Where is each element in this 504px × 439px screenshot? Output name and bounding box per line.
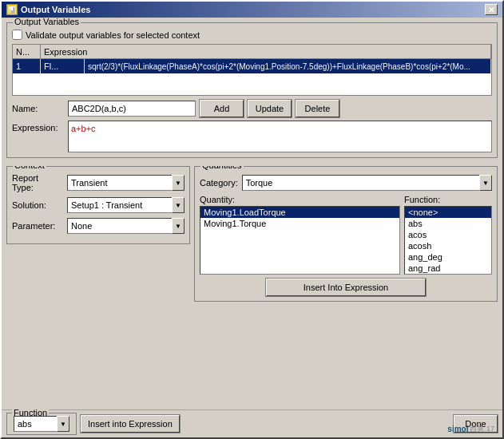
solution-select[interactable]: Setup1 : Transient	[67, 197, 185, 213]
insert-into-expression-button[interactable]: Insert Into Expression	[266, 279, 426, 296]
category-select-wrapper: Torque Force Power ▼	[242, 175, 492, 191]
category-label: Category:	[200, 178, 238, 188]
variables-table: N... Expression 1 Fl... sqrt(2/3)*(FluxL…	[12, 44, 492, 96]
window-title: Output Variables	[21, 5, 90, 14]
insert-btn-row: Insert Into Expression	[200, 279, 492, 296]
quantity-col: Quantity: Moving1.LoadTorque Moving1.Tor…	[200, 195, 400, 275]
watermark-sub: 西莫.17	[470, 424, 494, 434]
func-item-0[interactable]: <none>	[405, 207, 491, 218]
name-row: Name: Add Update Delete	[12, 100, 492, 117]
watermark-text: simol	[447, 425, 468, 433]
output-variables-window: 📊 Output Variables ✕ Output Variables Va…	[0, 0, 504, 439]
function-label: Function:	[404, 195, 492, 204]
solution-row: Solution: Setup1 : Transient ▼	[12, 197, 185, 213]
context-content: ReportType: Transient ▼ Solution:	[6, 166, 190, 244]
solution-label: Solution:	[12, 200, 64, 210]
quantities-content: Category: Torque Force Power ▼	[194, 166, 498, 302]
main-content: Output Variables Validate output variabl…	[2, 18, 502, 409]
parameter-row: Parameter: None ▼	[12, 218, 185, 234]
title-bar: 📊 Output Variables ✕	[2, 2, 502, 18]
validate-checkbox-row: Validate output variables for selected c…	[12, 30, 492, 40]
quantity-label: Quantity:	[200, 195, 400, 204]
function-group: Function abs acos asin ▼	[6, 413, 77, 435]
function-bar-select[interactable]: abs acos asin	[14, 416, 69, 432]
output-variables-group: Output Variables Validate output variabl…	[6, 22, 498, 158]
expression-row: Expression: a+b+c	[12, 121, 492, 152]
name-input[interactable]	[68, 101, 196, 117]
quantity-item-1[interactable]: Moving1.Torque	[200, 218, 399, 229]
col-n-header: N...	[13, 45, 41, 58]
report-type-label: ReportType:	[12, 173, 64, 192]
quantity-listbox[interactable]: Moving1.LoadTorque Moving1.Torque	[200, 206, 400, 275]
report-type-select[interactable]: Transient	[67, 175, 185, 191]
quantities-group: Quantities Category: Torque Force Power …	[194, 166, 498, 401]
parameter-select[interactable]: None	[67, 218, 185, 234]
validate-label: Validate output variables for selected c…	[26, 30, 200, 40]
function-col: Function: <none> abs acos acosh ang_deg …	[404, 195, 492, 275]
expression-label: Expression:	[12, 121, 64, 132]
func-item-3[interactable]: acosh	[405, 240, 491, 251]
func-item-6[interactable]: asin	[405, 274, 491, 275]
func-item-1[interactable]: abs	[405, 218, 491, 229]
parameter-label: Parameter:	[12, 221, 64, 231]
solution-select-wrapper: Setup1 : Transient ▼	[67, 197, 185, 213]
watermark: simol 西莫.17	[447, 424, 494, 434]
row-num: 1	[13, 59, 41, 73]
func-item-5[interactable]: ang_rad	[405, 263, 491, 274]
name-label: Name:	[12, 104, 64, 113]
context-label: Context	[13, 166, 46, 170]
func-item-2[interactable]: acos	[405, 229, 491, 240]
update-button[interactable]: Update	[248, 100, 292, 117]
qty-lists: Quantity: Moving1.LoadTorque Moving1.Tor…	[200, 195, 492, 275]
bottom-section: Context ReportType: Transient ▼	[6, 166, 498, 405]
table-row[interactable]: 1 Fl... sqrt(2/3)*(FluxLinkage(PhaseA)*c…	[13, 59, 491, 73]
function-bar: Function abs acos asin ▼ Insert into Exp…	[2, 409, 502, 437]
row-expression: sqrt(2/3)*(FluxLinkage(PhaseA)*cos(pi+2*…	[85, 59, 491, 73]
category-row: Category: Torque Force Power ▼	[200, 175, 492, 191]
func-item-4[interactable]: ang_deg	[405, 251, 491, 263]
expression-input[interactable]: a+b+c	[68, 121, 492, 152]
quantity-item-0[interactable]: Moving1.LoadTorque	[200, 207, 399, 218]
table-header: N... Expression	[13, 45, 491, 59]
close-button[interactable]: ✕	[485, 4, 498, 15]
delete-button[interactable]: Delete	[296, 100, 339, 117]
context-group: Context ReportType: Transient ▼	[6, 166, 190, 401]
function-listbox[interactable]: <none> abs acos acosh ang_deg ang_rad as…	[404, 206, 492, 275]
report-type-select-wrapper: Transient ▼	[67, 175, 185, 191]
window-icon: 📊	[6, 4, 18, 15]
function-bar-select-wrapper: abs acos asin ▼	[14, 416, 69, 432]
row-name: Fl...	[41, 59, 85, 73]
function-insert-button[interactable]: Insert into Expression	[81, 415, 180, 433]
parameter-select-wrapper: None ▼	[67, 218, 185, 234]
validate-checkbox[interactable]	[12, 30, 22, 40]
report-type-row: ReportType: Transient ▼	[12, 173, 185, 192]
category-select[interactable]: Torque Force Power	[242, 175, 492, 191]
output-variables-content: Validate output variables for selected c…	[6, 22, 498, 158]
add-button[interactable]: Add	[200, 100, 244, 117]
col-expr-header: Expression	[41, 45, 491, 58]
output-variables-label: Output Variables	[13, 18, 81, 26]
quantities-label: Quantities	[200, 166, 244, 170]
